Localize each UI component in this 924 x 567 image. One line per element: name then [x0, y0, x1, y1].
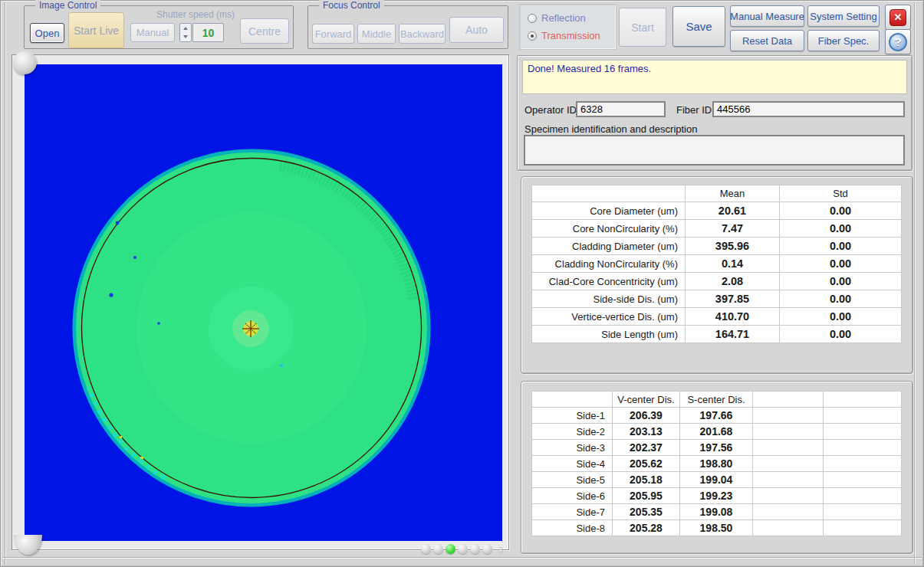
window-bottom-groove	[2, 557, 922, 559]
fiber-image	[25, 64, 502, 541]
focus-control-title: Focus Control	[319, 0, 384, 11]
table-cell: 199.23	[680, 488, 753, 504]
table-row: Clad-Core Concentricity (um)2.080.00	[532, 273, 902, 290]
panner-knob-bottom	[14, 535, 42, 555]
forward-button[interactable]: Forward	[312, 24, 354, 44]
table-cell: Side-7	[532, 504, 613, 520]
window-right-groove	[914, 2, 916, 565]
table-cell: 205.35	[613, 504, 680, 520]
table-header-cell	[824, 392, 902, 408]
info-panel: Done! Measured 16 frames. Operator ID Fi…	[517, 55, 912, 171]
transmission-label: Transmission	[541, 30, 600, 41]
image-control-group: Image Control Open Start Live Shutter sp…	[24, 5, 294, 49]
table-cell: 199.04	[680, 472, 753, 488]
spinner-down-icon[interactable]	[180, 33, 191, 42]
table-cell	[753, 488, 824, 504]
system-setting-button[interactable]: System Setting	[807, 5, 880, 27]
table-cell: 201.68	[680, 424, 753, 440]
frame-counter: 3	[498, 546, 503, 555]
table-cell: Cladding NonCircularity (%)	[532, 255, 686, 273]
table-cell: 205.95	[613, 488, 680, 504]
table-cell	[824, 440, 902, 456]
close-button[interactable]: ✕	[885, 5, 911, 30]
table-cell: 2.08	[686, 273, 780, 290]
table-row: Side-1206.39197.66	[532, 408, 902, 424]
reflection-radio[interactable]: Reflection	[528, 12, 586, 24]
middle-button[interactable]: Middle	[357, 24, 396, 44]
table-cell: Side-4	[532, 456, 613, 472]
table-cell: Side-8	[532, 520, 613, 536]
results-table: MeanStdCore Diameter (um)20.610.00Core N…	[531, 185, 902, 343]
start-button[interactable]: Start	[619, 8, 666, 47]
table-cell: Vertice-vertice Dis. (um)	[532, 308, 686, 326]
table-cell	[753, 424, 824, 440]
table-cell: Core NonCircularity (%)	[532, 220, 686, 238]
table-cell: 198.80	[680, 456, 753, 472]
image-display-frame	[12, 54, 509, 550]
table-cell: 0.00	[780, 273, 902, 290]
fiber-id-field[interactable]	[712, 101, 905, 117]
table-cell: 197.56	[680, 440, 753, 456]
table-cell: 199.08	[680, 504, 753, 520]
sides-table: V-center Dis.S-center Dis.Side-1206.3919…	[531, 391, 902, 536]
operator-id-field[interactable]	[576, 101, 666, 117]
frame-dot-active[interactable]	[446, 544, 455, 554]
fiber-spec-button[interactable]: Fiber Spec.	[807, 30, 880, 51]
table-cell: Side-5	[532, 472, 613, 488]
table-cell	[753, 520, 824, 536]
table-cell: 0.00	[780, 255, 902, 273]
spinner-up-icon[interactable]	[180, 24, 191, 33]
table-cell: 0.00	[780, 220, 902, 238]
table-cell: 203.13	[613, 424, 680, 440]
table-header-cell: V-center Dis.	[613, 392, 680, 408]
table-cell	[824, 520, 902, 536]
table-cell	[753, 408, 824, 424]
table-cell	[753, 440, 824, 456]
table-cell: 0.14	[686, 255, 780, 273]
table-cell: Side-6	[532, 488, 613, 504]
table-row: Side-side Dis. (um)397.850.00	[532, 290, 902, 308]
close-icon: ✕	[889, 9, 906, 26]
open-button[interactable]: Open	[30, 23, 64, 43]
table-cell	[824, 456, 902, 472]
manual-measure-button[interactable]: Manual Measure	[730, 5, 804, 27]
reflection-radio-icon	[528, 14, 537, 23]
table-cell	[824, 408, 902, 424]
frame-dot[interactable]	[433, 544, 443, 554]
table-row: Vertice-vertice Dis. (um)410.700.00	[532, 308, 902, 326]
status-message: Done! Measured 16 frames.	[522, 60, 907, 94]
table-cell	[753, 456, 824, 472]
table-cell	[753, 472, 824, 488]
shutter-value-field[interactable]: 10	[192, 23, 224, 42]
table-cell: 205.28	[613, 520, 680, 536]
frame-dot[interactable]	[470, 544, 480, 554]
help-button[interactable]: ?	[885, 29, 911, 54]
reset-data-button[interactable]: Reset Data	[730, 30, 804, 51]
table-cell: Side-1	[532, 408, 613, 424]
table-cell	[753, 504, 824, 520]
app-window: Image Control Open Start Live Shutter sp…	[0, 0, 924, 567]
table-cell: Core Diameter (um)	[532, 202, 686, 220]
table-cell: 0.00	[780, 326, 902, 343]
specimen-textarea[interactable]	[524, 135, 905, 166]
table-row: Side Length (um)164.710.00	[532, 326, 902, 343]
table-cell: 0.00	[780, 202, 902, 220]
table-row: Side-6205.95199.23	[532, 488, 902, 504]
table-cell: 7.47	[686, 220, 780, 238]
save-button[interactable]: Save	[672, 6, 725, 47]
frame-dot[interactable]	[458, 544, 468, 554]
manual-button[interactable]: Manual	[130, 23, 175, 42]
frame-dot[interactable]	[482, 544, 492, 554]
table-header-cell: S-center Dis.	[680, 392, 753, 408]
speck-5	[280, 364, 283, 367]
table-cell: 410.70	[686, 308, 780, 326]
centre-button[interactable]: Centre	[240, 18, 289, 44]
backward-button[interactable]: Backward	[399, 24, 446, 44]
transmission-radio[interactable]: Transmission	[528, 30, 600, 41]
auto-button[interactable]: Auto	[449, 17, 504, 43]
table-cell: 197.66	[680, 408, 753, 424]
table-cell: 20.61	[686, 202, 780, 220]
frame-dot[interactable]	[421, 544, 431, 554]
start-live-button[interactable]: Start Live	[68, 12, 124, 48]
table-cell: Cladding Diameter (um)	[532, 238, 686, 255]
